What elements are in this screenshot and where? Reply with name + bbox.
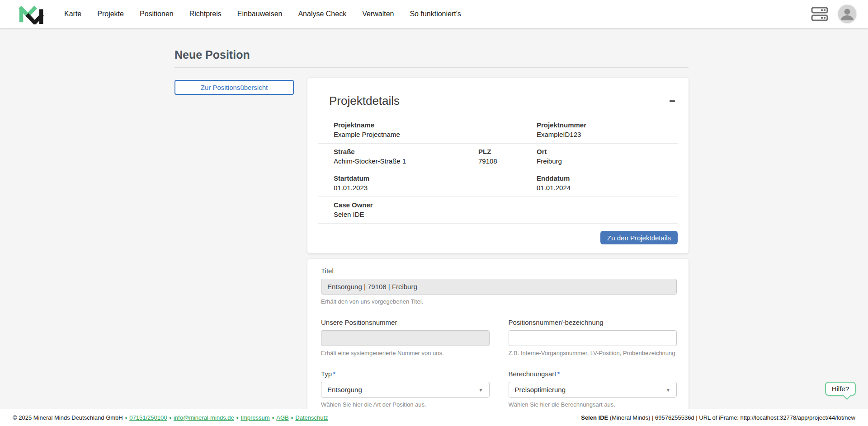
- projektname-value: Example Projectname: [334, 130, 537, 139]
- plz-value: 79108: [478, 156, 537, 166]
- projektname-label: Projektname: [334, 121, 537, 130]
- nav-item-karte[interactable]: Karte: [64, 10, 81, 18]
- title-divider: [175, 67, 689, 68]
- detail-row: Projektname Example Projectname Projektn…: [318, 117, 678, 144]
- project-details-header[interactable]: Projektdetails: [307, 78, 689, 115]
- nav-item-projekte[interactable]: Projekte: [97, 10, 124, 18]
- chevron-down-icon: ▼: [666, 387, 670, 392]
- session-info: Selen IDE (Mineral Minds) | 69576255536d…: [581, 414, 855, 421]
- typ-label: Typ*: [321, 370, 490, 378]
- header-actions: [811, 5, 856, 23]
- nav-item-richtpreis[interactable]: Richtpreis: [189, 10, 222, 18]
- footer-link-datenschutz[interactable]: Datenschutz: [295, 414, 328, 421]
- positionsnummer-bezeichnung-label: Positionsnummer/-bezeichnung: [509, 318, 677, 326]
- required-asterisk: *: [333, 370, 335, 378]
- project-details-title: Projektdetails: [329, 94, 400, 108]
- nav-item-einbauweisen[interactable]: Einbauweisen: [237, 10, 283, 18]
- ort-value: Freiburg: [537, 156, 678, 166]
- project-details-rows: Projektname Example Projectname Projektn…: [318, 117, 678, 224]
- mineral-minds-logo-icon[interactable]: [18, 4, 46, 24]
- titel-helper: Erhält den von uns vorgegebenen Titel.: [321, 298, 677, 305]
- plz-label: PLZ: [478, 147, 537, 156]
- startdatum-label: Startdatum: [334, 174, 537, 183]
- strasse-value: Achim-Stocker-Straße 1: [334, 156, 478, 166]
- new-position-form-card: Titel Erhält den von uns vorgegebenen Ti…: [307, 259, 689, 409]
- page-title: Neue Position: [175, 48, 689, 61]
- enddatum-label: Enddatum: [537, 174, 678, 183]
- nav-item-analyse-check[interactable]: Analyse Check: [298, 10, 346, 18]
- projektnummer-value: ExampleID123: [537, 130, 678, 139]
- typ-select-value: Entsorgung: [327, 386, 362, 393]
- titel-label: Titel: [321, 267, 677, 275]
- required-asterisk: *: [557, 370, 560, 378]
- berechnungsart-helper: Wählen Sie hier die Berechnungsart aus.: [509, 401, 677, 408]
- nav-item-verwalten[interactable]: Verwalten: [362, 10, 394, 18]
- strasse-label: Straße: [334, 147, 478, 156]
- berechnungsart-select-value: Preisoptimierung: [515, 386, 566, 393]
- berechnungsart-label: Berechnungsart*: [509, 370, 677, 378]
- copyright-text: © 2025 Mineral Minds Deutschland GmbH: [13, 414, 123, 421]
- footer-link-phone[interactable]: 07151/250100: [129, 414, 167, 421]
- ort-label: Ort: [537, 147, 678, 156]
- unsere-positionsnummer-helper: Erhält eine systemgenerierte Nummer von …: [321, 350, 490, 356]
- top-nav-bar: Karte Projekte Positionen Richtpreis Ein…: [0, 0, 868, 28]
- startdatum-value: 01.01.2023: [334, 183, 537, 192]
- main-nav: Karte Projekte Positionen Richtpreis Ein…: [64, 10, 461, 18]
- footer-link-impressum[interactable]: Impressum: [241, 414, 269, 421]
- main-content: Neue Position Zur Positionsübersicht Pro…: [0, 28, 868, 409]
- footer-link-email[interactable]: info@mineral-minds.de: [174, 414, 234, 421]
- positionsnummer-bezeichnung-helper: Z.B. Interne-Vorgangsnummer, LV-Position…: [509, 350, 677, 356]
- titel-input[interactable]: [321, 279, 677, 295]
- footer-link-agb[interactable]: AGB: [276, 414, 288, 421]
- projektnummer-label: Projektnummer: [537, 121, 678, 130]
- avatar-icon[interactable]: [838, 5, 856, 23]
- collapse-minus-icon[interactable]: [668, 97, 677, 106]
- footer: © 2025 Mineral Minds Deutschland GmbH • …: [0, 409, 868, 426]
- server-icon[interactable]: [811, 7, 828, 21]
- detail-row: Case Owner Selen IDE: [318, 197, 678, 224]
- detail-row: Straße Achim-Stocker-Straße 1 PLZ 79108 …: [318, 144, 678, 170]
- nav-item-so-funktionierts[interactable]: So funktioniert's: [410, 10, 461, 18]
- typ-helper: Wählen Sie hier die Art der Position aus…: [321, 401, 490, 408]
- back-to-positions-button[interactable]: Zur Positionsübersicht: [175, 80, 294, 95]
- detail-row: Startdatum 01.01.2023 Enddatum 01.01.202…: [318, 170, 678, 197]
- positionsnummer-bezeichnung-input[interactable]: [509, 330, 677, 346]
- project-details-card: Projektdetails Projektname Example Proje…: [307, 78, 689, 253]
- nav-item-positionen[interactable]: Positionen: [140, 10, 174, 18]
- unsere-positionsnummer-label: Unsere Positionsnummer: [321, 318, 490, 326]
- help-button[interactable]: Hilfe?: [825, 382, 856, 396]
- unsere-positionsnummer-input[interactable]: [321, 330, 490, 346]
- case-owner-value: Selen IDE: [334, 210, 678, 219]
- enddatum-value: 01.01.2024: [537, 183, 678, 192]
- go-to-project-details-button[interactable]: Zu den Projektdetails: [600, 231, 678, 244]
- typ-select[interactable]: Entsorgung ▼: [321, 382, 490, 398]
- berechnungsart-select[interactable]: Preisoptimierung ▼: [509, 382, 677, 398]
- chevron-down-icon: ▼: [479, 387, 483, 392]
- case-owner-label: Case Owner: [334, 201, 678, 210]
